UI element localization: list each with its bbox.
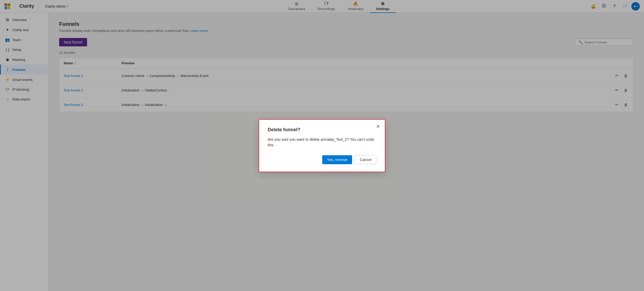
confirm-delete-button[interactable]: Yes, remove [322,155,352,164]
close-icon: ✕ [376,124,380,129]
delete-funnel-dialog: Delete funnel? ✕ Are you sure you want t… [259,119,385,172]
dialog-body: Are you sure you want to delete amralaa_… [268,137,376,148]
dialog-title: Delete funnel? [268,127,376,133]
cancel-button[interactable]: Cancel [355,155,376,164]
dialog-close-button[interactable]: ✕ [374,123,382,130]
dialog-actions: Yes, remove Cancel [268,155,376,164]
dialog-overlay[interactable]: Delete funnel? ✕ Are you sure you want t… [0,0,644,291]
